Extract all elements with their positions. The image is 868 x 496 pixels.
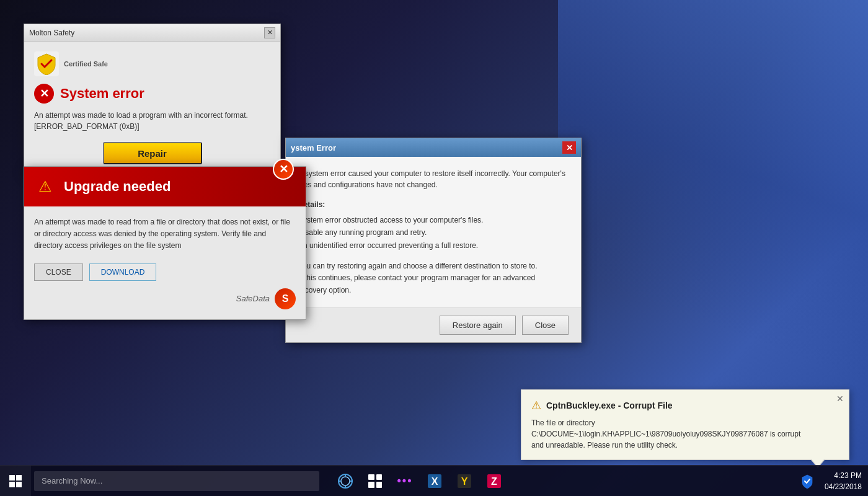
certified-badge: Certified Safe — [34, 51, 270, 76]
upgrade-buttons: CLOSE DOWNLOAD — [34, 264, 296, 281]
restore-error-dialog: ystem Error ✕ A system error caused your… — [285, 138, 582, 343]
error-desc-line2: [ERROR_BAD_FORMAT (0xB)] — [34, 122, 140, 131]
upgrade-dialog: ⚠ Upgrade needed An attempt was made to … — [24, 166, 306, 320]
windows-start-icon — [9, 475, 22, 487]
security-shield-button[interactable] — [796, 470, 818, 492]
notification-warning-icon: ⚠ — [531, 399, 541, 412]
notification-title: CptnBuckley.exe - Corrupt File — [546, 401, 673, 410]
restore-again-button[interactable]: Restore again — [440, 316, 516, 335]
notification-body: The file or directory C:\DOCUME~1\login.… — [531, 417, 839, 451]
svg-text:X: X — [432, 476, 438, 487]
y-app-taskbar-icon[interactable]: Y — [451, 467, 478, 495]
svg-text:Y: Y — [461, 476, 468, 487]
clock-time: 4:23 PM — [825, 470, 862, 481]
corrupt-file-notification: ✕ ⚠ CptnBuckley.exe - Corrupt File The f… — [521, 389, 849, 460]
system-error-titlebar: Molton Safety ✕ — [24, 24, 280, 42]
start-button[interactable] — [0, 466, 31, 497]
compass-taskbar-icon[interactable] — [332, 467, 359, 495]
safedata-row: SafeData S — [34, 288, 296, 309]
system-error-body: Certified Safe ✕ System error An attempt… — [24, 42, 280, 174]
x-app-svg-icon: X — [427, 473, 443, 489]
compass-svg-icon — [337, 473, 353, 489]
badge-icon — [34, 51, 59, 76]
error-title-row: ✕ System error — [34, 84, 270, 104]
error-x-icon: ✕ — [34, 84, 54, 104]
upgrade-body: An attempt was made to read from a file … — [24, 206, 306, 319]
restore-footer: Restore again Close — [286, 308, 581, 342]
warning-triangle-icon: ⚠ — [34, 175, 56, 198]
restore-close-button[interactable]: Close — [522, 316, 569, 335]
upgrade-title: Upgrade needed — [64, 179, 170, 195]
svg-point-1 — [341, 477, 350, 485]
restore-instruction-2: If this continues, please contact your p… — [298, 273, 535, 282]
error-title: System error — [60, 86, 144, 102]
purple-dots-taskbar-icon[interactable]: ••• — [391, 467, 418, 495]
x-app-taskbar-icon[interactable]: X — [421, 467, 448, 495]
safedata-icon: S — [275, 288, 296, 309]
z-app-taskbar-icon[interactable]: Z — [480, 467, 508, 495]
repair-button[interactable]: Repair — [103, 142, 202, 164]
notif-body-line2: C:\DOCUME~1\login.KH\APPLIC~1\98709uoiyo… — [531, 430, 800, 438]
taskbar-icon-group: ••• X Y Z — [332, 467, 508, 495]
upgrade-description: An attempt was made to read from a file … — [34, 216, 296, 252]
svg-text:Z: Z — [491, 476, 497, 487]
notification-close-button[interactable]: ✕ — [836, 394, 844, 404]
notification-title-row: ⚠ CptnBuckley.exe - Corrupt File — [531, 399, 839, 412]
download-button[interactable]: DOWNLOAD — [89, 264, 157, 281]
restore-body: A system error caused your computer to r… — [286, 157, 581, 308]
upgrade-header: ⚠ Upgrade needed — [24, 167, 306, 206]
z-app-svg-icon: Z — [486, 473, 502, 489]
system-clock: 4:23 PM 04/23/2018 — [825, 470, 862, 492]
system-error-close-button[interactable]: ✕ — [264, 27, 275, 38]
upgrade-close-button[interactable]: CLOSE — [34, 264, 83, 281]
clock-date: 04/23/2018 — [825, 481, 862, 492]
notif-body-line3: and unreadable. Please run the utility c… — [531, 441, 678, 450]
taskbar-right: 4:23 PM 04/23/2018 — [796, 470, 868, 492]
restore-titlebar: ystem Error ✕ — [286, 138, 581, 157]
restore-titlebar-close[interactable]: ✕ — [562, 141, 576, 154]
taskbar: ••• X Y Z — [0, 465, 868, 496]
windows-grid-taskbar-icon[interactable] — [361, 467, 389, 495]
certified-safe-text: Certified Safe — [64, 60, 108, 68]
system-error-title: Molton Safety — [29, 29, 74, 37]
notif-body-line1: The file or directory — [531, 418, 595, 427]
restore-instructions: You can try restoring again and choose a… — [298, 260, 569, 296]
restore-detail-1: System error obstructed access to your c… — [298, 216, 483, 224]
restore-dialog-title: ystem Error — [291, 143, 336, 153]
restore-details-label: Details: — [298, 200, 569, 209]
search-input[interactable] — [34, 471, 319, 491]
checkmark-shield-icon — [35, 53, 58, 75]
y-app-svg-icon: Y — [456, 473, 472, 489]
restore-detail-2: Disable any running program and retry. — [298, 228, 427, 237]
windows-grid-icon — [368, 474, 382, 488]
system-error-dialog: Molton Safety ✕ Certified Safe ✕ System … — [24, 24, 281, 175]
overlap-close-button[interactable]: ✕ — [273, 159, 294, 180]
error-desc-line1: An attempt was made to load a program wi… — [34, 111, 248, 120]
restore-intro: A system error caused your computer to r… — [298, 168, 569, 190]
security-icon-svg — [800, 474, 815, 489]
restore-details: System error obstructed access to your c… — [298, 214, 569, 252]
restore-instruction-1: You can try restoring again and choose a… — [298, 262, 538, 270]
restore-detail-3: An unidentified error occurred preventin… — [298, 241, 478, 250]
safedata-text: SafeData — [236, 294, 270, 303]
error-description: An attempt was made to load a program wi… — [34, 110, 270, 132]
